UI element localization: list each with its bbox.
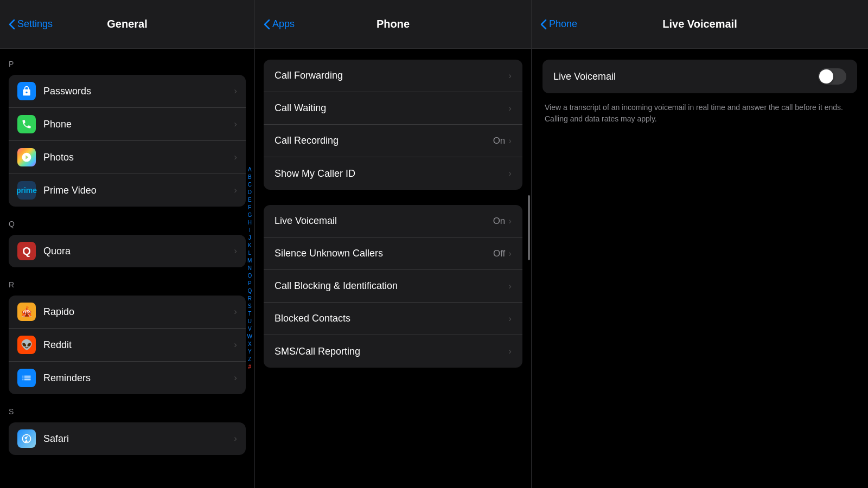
quora-item[interactable]: Q Quora › <box>9 235 246 267</box>
live-voicemail-toggle[interactable] <box>818 68 846 85</box>
reddit-chevron: › <box>234 339 237 350</box>
live-voicemail-item[interactable]: Live Voicemail On › <box>264 205 522 237</box>
section-label-r: R <box>0 269 254 293</box>
general-header: Settings General <box>0 0 254 49</box>
safari-icon <box>17 429 36 448</box>
passwords-item[interactable]: Passwords › <box>9 75 246 108</box>
rapido-chevron: › <box>234 306 237 317</box>
safari-label: Safari <box>43 433 234 445</box>
sms-reporting-chevron: › <box>508 346 512 357</box>
reminders-label: Reminders <box>43 373 234 384</box>
live-voicemail-label: Live Voicemail <box>275 215 493 227</box>
safari-chevron: › <box>234 433 237 444</box>
rapido-label: Rapido <box>43 306 234 318</box>
reminders-item[interactable]: Reminders › <box>9 362 246 394</box>
blocked-contacts-chevron: › <box>508 313 512 324</box>
rapido-icon: 🎪 <box>17 303 36 321</box>
passwords-icon <box>17 82 36 100</box>
panel3-title: Live Voicemail <box>662 18 737 30</box>
reminders-chevron: › <box>234 373 237 383</box>
call-forwarding-item[interactable]: Call Forwarding › <box>264 60 522 92</box>
phone-header: Apps Phone <box>255 0 531 49</box>
call-blocking-item[interactable]: Call Blocking & Identification › <box>264 270 522 303</box>
reddit-item[interactable]: 👽 Reddit › <box>9 329 246 362</box>
section-label-p: P <box>0 49 254 73</box>
reddit-label: Reddit <box>43 339 234 351</box>
phone-item[interactable]: Phone › <box>9 108 246 141</box>
reminders-icon <box>17 369 36 387</box>
section-p-group: Passwords › Phone › Photos › prime <box>9 75 246 207</box>
call-waiting-label: Call Waiting <box>275 102 508 114</box>
photos-icon <box>17 148 36 166</box>
prime-video-item[interactable]: prime Prime Video › <box>9 174 246 207</box>
live-voicemail-toggle-row: Live Voicemail <box>542 60 857 93</box>
section-label-s: S <box>0 396 254 420</box>
silence-unknown-label: Silence Unknown Callers <box>275 248 493 259</box>
rapido-item[interactable]: 🎪 Rapido › <box>9 296 246 329</box>
call-blocking-label: Call Blocking & Identification <box>275 280 508 292</box>
photos-item[interactable]: Photos › <box>9 141 246 174</box>
phone-back-button[interactable]: Phone <box>540 18 577 30</box>
call-blocking-chevron: › <box>508 281 512 292</box>
call-waiting-item[interactable]: Call Waiting › <box>264 92 522 125</box>
passwords-label: Passwords <box>43 86 234 97</box>
live-voicemail-description: View a transcript of an incoming voicema… <box>542 102 857 125</box>
live-voicemail-header: Phone Live Voicemail <box>532 0 868 49</box>
phone-label: Phone <box>43 119 234 130</box>
section-label-q: Q <box>0 209 254 233</box>
phone-settings-panel: Apps Phone Call Forwarding › Call Waitin… <box>255 0 532 488</box>
sms-reporting-item[interactable]: SMS/Call Reporting › <box>264 335 522 368</box>
toggle-knob <box>819 69 833 84</box>
call-recording-label: Call Recording <box>275 135 493 146</box>
silence-unknown-chevron: › <box>508 248 512 259</box>
quora-chevron: › <box>234 246 237 256</box>
live-voicemail-panel: Phone Live Voicemail Live Voicemail View… <box>532 0 868 488</box>
apps-back-button[interactable]: Apps <box>264 18 295 30</box>
quora-icon: Q <box>17 242 36 260</box>
call-forwarding-label: Call Forwarding <box>275 70 508 81</box>
show-caller-id-label: Show My Caller ID <box>275 168 508 179</box>
live-voicemail-chevron: › <box>508 216 512 227</box>
call-recording-value: On <box>493 136 506 146</box>
settings-back-button[interactable]: Settings <box>9 18 53 30</box>
live-voicemail-value: On <box>493 216 506 227</box>
apps-back-label: Apps <box>272 18 295 30</box>
section-r-group: 🎪 Rapido › 👽 Reddit › Reminders › <box>9 296 246 394</box>
silence-unknown-value: Off <box>493 248 505 259</box>
phone-group-2: Live Voicemail On › Silence Unknown Call… <box>264 205 522 368</box>
show-caller-id-item[interactable]: Show My Caller ID › <box>264 157 522 190</box>
quora-label: Quora <box>43 246 234 257</box>
back-label: Settings <box>17 18 53 30</box>
blocked-contacts-item[interactable]: Blocked Contacts › <box>264 303 522 335</box>
panel1-title: General <box>107 18 147 30</box>
panel2-title: Phone <box>376 18 410 30</box>
prime-video-icon: prime <box>17 181 36 200</box>
reddit-icon: 👽 <box>17 336 36 354</box>
live-voicemail-toggle-label: Live Voicemail <box>553 71 818 82</box>
call-waiting-chevron: › <box>508 103 512 114</box>
phone-scroll: Call Forwarding › Call Waiting › Call Re… <box>255 49 531 488</box>
prime-video-label: Prime Video <box>43 185 234 196</box>
photos-label: Photos <box>43 152 234 163</box>
show-caller-id-chevron: › <box>508 168 512 179</box>
phone-back-label: Phone <box>549 18 577 30</box>
call-forwarding-chevron: › <box>508 70 512 81</box>
scrollbar[interactable] <box>528 195 530 260</box>
phone-chevron: › <box>234 119 237 130</box>
call-recording-item[interactable]: Call Recording On › <box>264 125 522 157</box>
panel1-scroll: P Passwords › Phone › Photos <box>0 49 254 488</box>
phone-group-1: Call Forwarding › Call Waiting › Call Re… <box>264 60 522 190</box>
section-q-group: Q Quora › <box>9 235 246 267</box>
silence-unknown-item[interactable]: Silence Unknown Callers Off › <box>264 237 522 270</box>
passwords-chevron: › <box>234 86 237 97</box>
photos-chevron: › <box>234 152 237 163</box>
call-recording-chevron: › <box>508 136 512 146</box>
safari-item[interactable]: Safari › <box>9 422 246 455</box>
sms-reporting-label: SMS/Call Reporting <box>275 346 508 357</box>
prime-video-chevron: › <box>234 185 237 196</box>
general-settings-panel: Settings General P Passwords › Phone › <box>0 0 255 488</box>
live-voicemail-content: Live Voicemail View a transcript of an i… <box>532 49 868 136</box>
alphabet-index: A B C D E F G H I J K L M N O P Q R S T … <box>245 164 254 373</box>
blocked-contacts-label: Blocked Contacts <box>275 313 508 324</box>
phone-icon <box>17 115 36 133</box>
